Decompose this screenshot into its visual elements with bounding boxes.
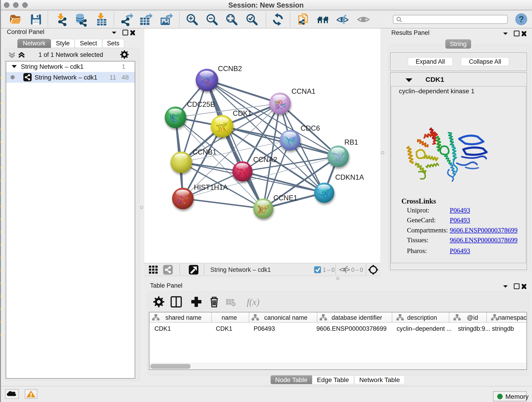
svg-text:9606.ENSP00000378699: 9606.ENSP00000378699 <box>317 325 386 332</box>
svg-text:CDK1: CDK1 <box>216 325 232 332</box>
svg-text:CDKN1A: CDKN1A <box>335 173 364 181</box>
svg-text:P06493: P06493 <box>254 325 275 332</box>
svg-text:shared name: shared name <box>165 314 202 321</box>
svg-text:CCNA2: CCNA2 <box>253 156 277 164</box>
svg-text:CDK1: CDK1 <box>154 325 171 332</box>
svg-text:stringdb: stringdb <box>492 325 514 332</box>
svg-text:?: ? <box>519 14 524 24</box>
svg-text:f(x): f(x) <box>247 297 260 307</box>
svg-text:CCNB1: CCNB1 <box>192 148 216 156</box>
svg-text:String Network – cdk1: String Network – cdk1 <box>210 266 271 273</box>
svg-text:namespac: namespac <box>498 314 526 321</box>
svg-text:CCNA1: CCNA1 <box>291 87 316 95</box>
svg-text:CCNB2: CCNB2 <box>218 65 242 73</box>
svg-text:canonical name: canonical name <box>264 314 307 321</box>
svg-text:HIST1H1A: HIST1H1A <box>194 183 228 191</box>
svg-text:database identifier: database identifier <box>331 314 382 321</box>
svg-text:CDC25B: CDC25B <box>187 100 215 108</box>
svg-text:0 – 0: 0 – 0 <box>351 267 363 273</box>
svg-text:name: name <box>222 314 237 321</box>
svg-text:cyclin–dependent ...: cyclin–dependent ... <box>397 325 452 332</box>
svg-text:CDC6: CDC6 <box>301 124 320 132</box>
svg-text:description: description <box>407 314 437 321</box>
svg-text:RB1: RB1 <box>344 138 358 146</box>
svg-text:1 – 0: 1 – 0 <box>323 267 335 273</box>
svg-text:CDK1: CDK1 <box>233 109 252 117</box>
svg-text:@id: @id <box>467 314 478 321</box>
svg-text:CCNE1: CCNE1 <box>273 194 298 202</box>
svg-text:stringdb:9...: stringdb:9... <box>458 325 490 332</box>
